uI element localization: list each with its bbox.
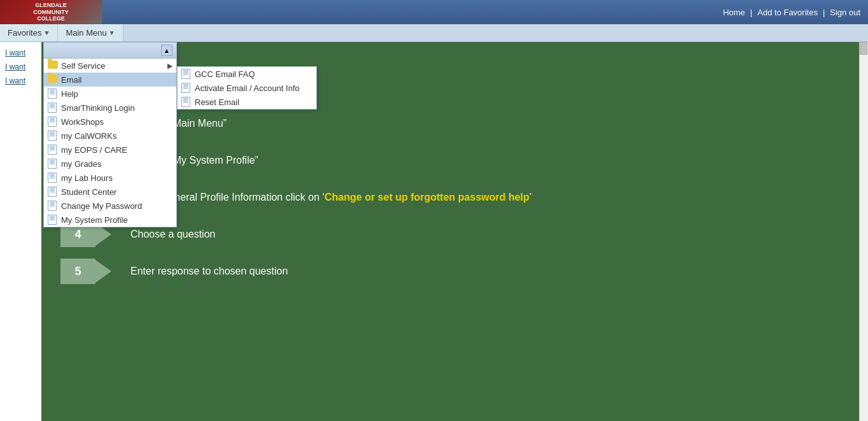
favorites-link[interactable]: Add to Favorites <box>757 8 818 17</box>
mainmenu-tab[interactable]: Main Menu ▼ <box>58 24 123 41</box>
sidebar-link-2[interactable]: I want <box>5 62 36 71</box>
menu-label-smarthinking: SmarThinking Login <box>61 103 135 113</box>
email-submenu: GCC Email FAQ Activate Email / Account I… <box>177 66 317 110</box>
menu-item-studentcenter[interactable]: Student Center <box>44 185 176 199</box>
submenu-arrow-self-service: ▶ <box>167 62 172 70</box>
menu-item-changemypassword[interactable]: Change My Password <box>44 199 176 213</box>
doc-icon-workshops <box>48 117 58 127</box>
sep2: | <box>823 8 825 17</box>
menu-item-mylabhours[interactable]: my Lab Hours <box>44 171 176 185</box>
nav-bar: Favorites ▼ Main Menu ▼ <box>0 24 868 42</box>
college-logo: GLENDALECOMMUNITYCOLLEGE <box>0 0 102 24</box>
menu-label-mycalworks: my CalWORKs <box>61 131 116 141</box>
menu-item-mysystemprofile[interactable]: My System Profile <box>44 213 176 227</box>
menu-item-smarthinking[interactable]: SmarThinking Login <box>44 101 176 115</box>
step-5-box: 5 <box>60 259 95 284</box>
left-sidebar: I want I want I want <box>0 42 41 97</box>
menu-item-workshops[interactable]: WorkShops <box>44 115 176 129</box>
top-bar: GLENDALECOMMUNITYCOLLEGE Home | Add to F… <box>0 0 868 24</box>
menu-item-email[interactable]: Email <box>44 73 176 87</box>
doc-icon-mygrades <box>48 159 58 169</box>
doc-icon-activate <box>181 83 192 93</box>
sep1: | <box>750 8 752 17</box>
main-menu-dropdown: ▲ Self Service ▶ Email Help SmarThinking… <box>43 42 177 227</box>
signout-link[interactable]: Sign out <box>830 8 860 17</box>
menu-item-gcc-faq[interactable]: GCC Email FAQ <box>178 67 316 81</box>
step-3-text: Under General Profile Information click … <box>130 192 531 203</box>
step-4-row: 4 Choose a question <box>60 222 840 247</box>
mainmenu-arrow: ▼ <box>109 29 115 36</box>
menu-label-help: Help <box>61 89 78 99</box>
dropdown-container: ▲ Self Service ▶ Email Help SmarThinking… <box>43 42 177 227</box>
favorites-tab[interactable]: Favorites ▼ <box>0 24 58 41</box>
doc-icon-mycalworks <box>48 131 58 141</box>
menu-label-activate: Activate Email / Account Info <box>195 83 300 93</box>
menu-label-workshops: WorkShops <box>61 117 104 127</box>
menu-item-reset[interactable]: Reset Email <box>178 95 316 109</box>
doc-icon-mylabhours <box>48 173 58 183</box>
scrollbar[interactable] <box>859 42 868 421</box>
menu-label-studentcenter: Student Center <box>61 187 116 197</box>
sidebar-link-3[interactable]: I want <box>5 76 36 85</box>
folder-icon-self-service <box>48 61 58 71</box>
menu-item-mycalworks[interactable]: my CalWORKs <box>44 129 176 143</box>
scrollbar-thumb[interactable] <box>860 42 867 55</box>
scroll-up-btn[interactable]: ▲ <box>161 45 172 56</box>
doc-icon-studentcenter <box>48 187 58 197</box>
step-1-row: 1 Click on “Main Menu” <box>60 111 840 136</box>
folder-icon-email <box>48 75 58 85</box>
doc-icon-myeops <box>48 145 58 155</box>
mainmenu-tab-label: Main Menu <box>66 28 106 38</box>
menu-item-mygrades[interactable]: my Grades <box>44 157 176 171</box>
menu-item-help[interactable]: Help <box>44 87 176 101</box>
doc-icon-mysystemprofile <box>48 215 58 225</box>
doc-icon-reset <box>181 97 192 107</box>
home-link[interactable]: Home <box>723 8 745 17</box>
doc-icon-changemypassword <box>48 201 58 211</box>
doc-icon-smarthinking <box>48 103 58 113</box>
menu-label-mygrades: my Grades <box>61 159 102 169</box>
menu-item-activate[interactable]: Activate Email / Account Info <box>178 81 316 95</box>
step-5-row: 5 Enter response to chosen question <box>60 259 840 284</box>
favorites-tab-label: Favorites <box>8 28 41 38</box>
step-2-row: 2 Click on “My System Profile” <box>60 148 840 173</box>
logo-text: GLENDALECOMMUNITYCOLLEGE <box>33 2 69 22</box>
highlight-text: Change or set up forgotten password help <box>325 192 529 203</box>
step-5-arrow <box>95 260 121 283</box>
doc-icon-help <box>48 89 58 99</box>
menu-label-reset: Reset Email <box>195 97 239 107</box>
step-3-row: 3 Under General Profile Information clic… <box>60 185 840 210</box>
step-5-text: Enter response to chosen question <box>130 266 288 277</box>
menu-label-mysystemprofile: My System Profile <box>61 215 128 225</box>
menu-item-self-service[interactable]: Self Service ▶ <box>44 59 176 73</box>
menu-label-changemypassword: Change My Password <box>61 201 142 211</box>
sidebar-link-1[interactable]: I want <box>5 48 36 57</box>
menu-label-gcc-faq: GCC Email FAQ <box>195 69 255 79</box>
menu-item-myeops[interactable]: my EOPS / CARE <box>44 143 176 157</box>
step-4-text: Choose a question <box>130 229 215 240</box>
menu-label-myeops: my EOPS / CARE <box>61 145 127 155</box>
top-nav-links: Home | Add to Favorites | Sign out <box>723 8 860 17</box>
menu-label-email: Email <box>61 75 82 85</box>
menu-label-self-service: Self Service <box>61 61 105 71</box>
dropdown-header: ▲ <box>44 43 176 59</box>
menu-label-mylabhours: my Lab Hours <box>61 173 113 183</box>
favorites-arrow: ▼ <box>43 29 50 36</box>
doc-icon-gcc-faq <box>181 69 192 79</box>
